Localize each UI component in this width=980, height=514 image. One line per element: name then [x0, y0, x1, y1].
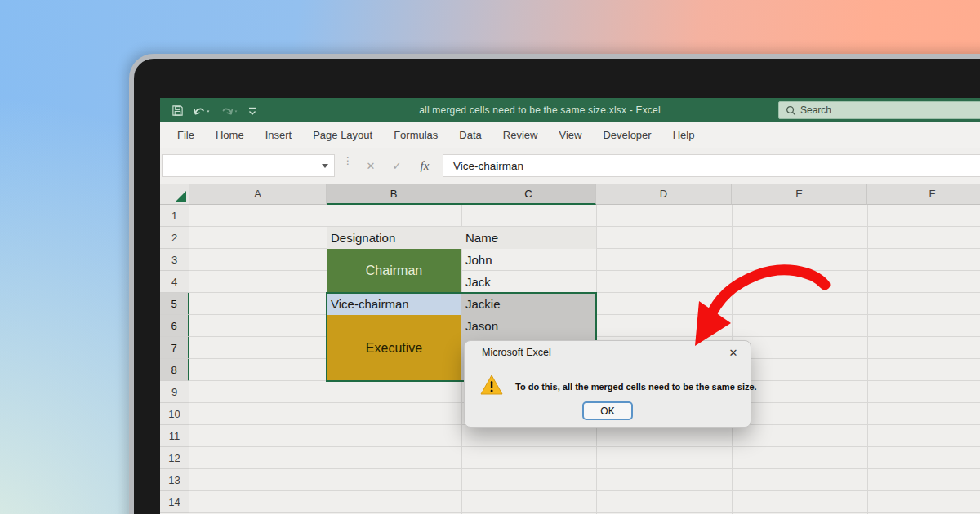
formula-input[interactable]: Vice-chairman [443, 154, 980, 177]
formula-bar-row: ⋮ ✕ ✓ fx Vice-chairman [160, 148, 980, 184]
search-placeholder: Search [800, 104, 831, 116]
formula-value: Vice-chairman [453, 160, 523, 172]
cell-C4[interactable]: Jack [461, 271, 596, 293]
cell-C6[interactable]: Jason [461, 315, 596, 337]
row-header-4[interactable]: 4 [160, 271, 189, 293]
cell-B3-B4[interactable]: Chairman [327, 249, 461, 293]
ribbon-tab-data[interactable]: Data [448, 122, 492, 148]
ribbon-tab-page-layout[interactable]: Page Layout [302, 122, 383, 148]
cell-B2[interactable]: Designation [327, 227, 461, 249]
name-box[interactable] [162, 154, 335, 177]
dialog-message: To do this, all the merged cells need to… [515, 382, 757, 392]
laptop-bezel: all merged cells need to be the same siz… [129, 54, 980, 514]
insert-function-icon[interactable]: fx [413, 154, 436, 177]
row-header-9[interactable]: 9 [160, 381, 189, 403]
row-header-14[interactable]: 14 [160, 491, 189, 513]
ribbon-tab-bar: FileHomeInsertPage LayoutFormulasDataRev… [160, 122, 980, 148]
cell-B6-B8[interactable]: Executive [327, 315, 461, 381]
ok-button[interactable]: OK [582, 401, 633, 420]
column-header-A[interactable]: A [189, 184, 327, 205]
ribbon-tab-help[interactable]: Help [662, 122, 706, 148]
cell-B5[interactable]: Vice-chairman [327, 293, 461, 315]
ribbon-tab-formulas[interactable]: Formulas [383, 122, 448, 148]
ribbon-tab-home[interactable]: Home [205, 122, 255, 148]
ribbon-tab-developer[interactable]: Developer [592, 122, 662, 148]
search-input[interactable]: Search [778, 101, 980, 119]
column-header-C[interactable]: C [461, 184, 596, 205]
column-header-B[interactable]: B [327, 184, 461, 205]
row-header-10[interactable]: 10 [160, 403, 189, 425]
row-header-1[interactable]: 1 [160, 205, 189, 227]
cancel-entry-icon[interactable]: ✕ [359, 154, 382, 177]
row-header-2[interactable]: 2 [160, 227, 189, 249]
column-header-E[interactable]: E [732, 184, 867, 205]
dialog-title: Microsoft Excel [482, 347, 551, 358]
cell-C5[interactable]: Jackie [461, 293, 596, 315]
message-dialog: Microsoft Excel ✕ To do this, all the me… [464, 340, 751, 428]
search-icon [786, 105, 796, 116]
ribbon-tab-view[interactable]: View [548, 122, 592, 148]
row-header-7[interactable]: 7 [160, 337, 189, 359]
column-header-D[interactable]: D [596, 184, 732, 205]
row-header-11[interactable]: 11 [160, 425, 189, 447]
hero-background: all merged cells need to be the same siz… [0, 0, 980, 514]
row-header-12[interactable]: 12 [160, 447, 189, 469]
row-header-3[interactable]: 3 [160, 249, 189, 271]
ribbon-tab-review[interactable]: Review [492, 122, 549, 148]
row-header-6[interactable]: 6 [160, 315, 189, 337]
dialog-close-icon[interactable]: ✕ [724, 344, 742, 361]
row-header-13[interactable]: 13 [160, 469, 189, 491]
column-header-row: ABCDEF [160, 184, 980, 205]
warning-icon [479, 374, 504, 400]
row-header-8[interactable]: 8 [160, 359, 189, 381]
excel-titlebar: all merged cells need to be the same siz… [160, 98, 980, 122]
select-all-button[interactable] [160, 184, 189, 205]
formula-bar-grip: ⋮ [343, 158, 346, 173]
cell-C3[interactable]: John [461, 249, 596, 271]
ribbon-tab-insert[interactable]: Insert [255, 122, 303, 148]
confirm-entry-icon[interactable]: ✓ [385, 154, 408, 177]
excel-window: all merged cells need to be the same siz… [160, 98, 980, 514]
column-header-F[interactable]: F [867, 184, 980, 205]
cell-C2[interactable]: Name [461, 227, 596, 249]
row-header-5[interactable]: 5 [160, 293, 189, 315]
ribbon-tab-file[interactable]: File [167, 122, 205, 148]
name-box-dropdown-icon[interactable] [316, 155, 334, 176]
gridline [867, 205, 868, 514]
